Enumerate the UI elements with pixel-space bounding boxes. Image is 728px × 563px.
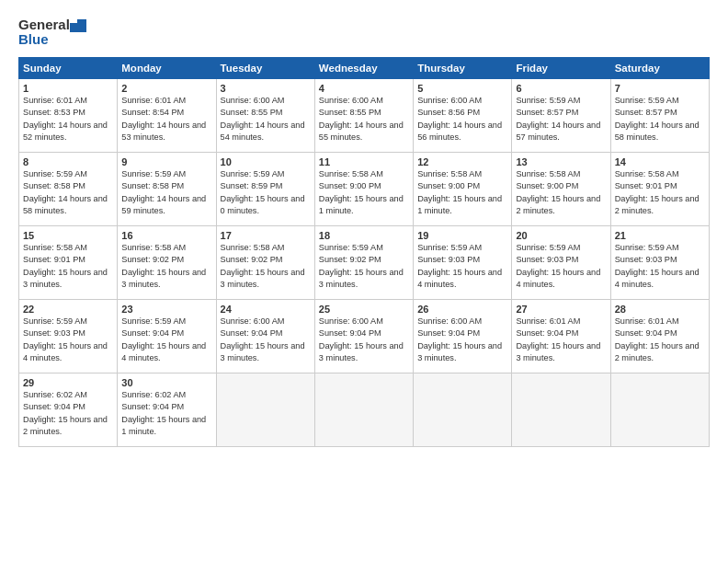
sunset: Sunset: 8:57 PM <box>516 108 578 117</box>
day-number: 25 <box>319 304 409 315</box>
day-cell: 9Sunrise: 5:59 AMSunset: 8:58 PMDaylight… <box>118 153 216 226</box>
calendar-table: SundayMondayTuesdayWednesdayThursdayFrid… <box>18 57 710 447</box>
day-info: Sunrise: 6:00 AMSunset: 8:56 PMDaylight:… <box>417 95 507 144</box>
day-cell: 8Sunrise: 5:59 AMSunset: 8:58 PMDaylight… <box>19 153 118 226</box>
day-info: Sunrise: 5:58 AMSunset: 9:00 PMDaylight:… <box>417 168 507 217</box>
week-row-4: 22Sunrise: 5:59 AMSunset: 9:03 PMDayligh… <box>19 300 710 373</box>
daylight: Daylight: 15 hours and 1 minute. <box>121 415 206 436</box>
header-cell-wednesday: Wednesday <box>314 58 413 79</box>
sunrise: Sunrise: 5:59 AM <box>23 316 87 326</box>
day-info: Sunrise: 5:59 AMSunset: 9:04 PMDaylight:… <box>121 316 211 364</box>
daylight: Daylight: 15 hours and 0 minutes. <box>221 194 305 215</box>
day-info: Sunrise: 5:58 AMSunset: 9:00 PMDaylight:… <box>319 168 409 217</box>
day-cell: 29Sunrise: 6:02 AMSunset: 9:04 PMDayligh… <box>19 373 118 447</box>
day-info: Sunrise: 5:59 AMSunset: 8:57 PMDaylight:… <box>516 95 606 144</box>
daylight: Daylight: 14 hours and 57 minutes. <box>516 121 600 142</box>
sunrise: Sunrise: 6:00 AM <box>417 316 482 326</box>
sunset: Sunset: 9:04 PM <box>121 402 184 411</box>
day-number: 1 <box>23 83 113 94</box>
day-cell: 17Sunrise: 5:58 AMSunset: 9:02 PMDayligh… <box>216 226 314 300</box>
day-number: 14 <box>615 156 705 167</box>
sunrise: Sunrise: 5:59 AM <box>319 243 383 252</box>
sunrise: Sunrise: 5:59 AM <box>516 96 580 105</box>
sunset: Sunset: 9:01 PM <box>615 181 677 190</box>
day-cell: 6Sunrise: 5:59 AMSunset: 8:57 PMDaylight… <box>512 79 610 153</box>
sunrise: Sunrise: 6:00 AM <box>417 96 482 105</box>
sunset: Sunset: 9:03 PM <box>417 255 480 264</box>
day-number: 24 <box>221 304 311 315</box>
day-info: Sunrise: 5:59 AMSunset: 8:59 PMDaylight:… <box>221 168 311 217</box>
daylight: Daylight: 15 hours and 2 minutes. <box>615 341 700 362</box>
daylight: Daylight: 15 hours and 4 minutes. <box>417 268 502 289</box>
sunset: Sunset: 9:04 PM <box>417 328 480 338</box>
week-row-1: 1Sunrise: 6:01 AMSunset: 8:53 PMDaylight… <box>19 79 710 153</box>
header-cell-sunday: Sunday <box>19 58 118 79</box>
sunset: Sunset: 9:04 PM <box>23 402 85 411</box>
header-cell-friday: Friday <box>512 58 610 79</box>
day-number: 21 <box>615 230 705 241</box>
day-number: 10 <box>221 156 311 167</box>
week-row-5: 29Sunrise: 6:02 AMSunset: 9:04 PMDayligh… <box>19 373 710 447</box>
day-number: 26 <box>417 304 507 315</box>
daylight: Daylight: 14 hours and 59 minutes. <box>121 194 206 215</box>
day-number: 17 <box>221 230 311 241</box>
daylight: Daylight: 14 hours and 58 minutes. <box>23 194 108 215</box>
sunset: Sunset: 8:59 PM <box>221 181 283 190</box>
day-cell: 22Sunrise: 5:59 AMSunset: 9:03 PMDayligh… <box>19 300 118 373</box>
day-info: Sunrise: 6:00 AMSunset: 8:55 PMDaylight:… <box>221 95 311 144</box>
sunrise: Sunrise: 6:02 AM <box>23 390 87 399</box>
day-cell: 30Sunrise: 6:02 AMSunset: 9:04 PMDayligh… <box>118 373 216 447</box>
day-number: 4 <box>319 83 409 94</box>
sunrise: Sunrise: 5:59 AM <box>417 243 482 252</box>
day-number: 29 <box>23 377 113 388</box>
day-number: 28 <box>615 304 705 315</box>
day-number: 27 <box>516 304 606 315</box>
day-info: Sunrise: 5:58 AMSunset: 9:01 PMDaylight:… <box>615 168 705 217</box>
daylight: Daylight: 15 hours and 2 minutes. <box>23 415 108 436</box>
calendar-body: 1Sunrise: 6:01 AMSunset: 8:53 PMDaylight… <box>19 79 710 447</box>
daylight: Daylight: 15 hours and 2 minutes. <box>615 194 700 215</box>
day-info: Sunrise: 6:00 AMSunset: 9:04 PMDaylight:… <box>221 316 311 364</box>
page-header: General Blue <box>18 17 710 48</box>
sunrise: Sunrise: 6:00 AM <box>319 316 383 326</box>
daylight: Daylight: 15 hours and 1 minute. <box>319 194 404 215</box>
day-number: 23 <box>121 304 211 315</box>
day-info: Sunrise: 5:59 AMSunset: 9:03 PMDaylight:… <box>417 242 507 291</box>
day-info: Sunrise: 5:58 AMSunset: 9:00 PMDaylight:… <box>516 168 606 217</box>
daylight: Daylight: 15 hours and 3 minutes. <box>23 268 108 289</box>
day-cell: 18Sunrise: 5:59 AMSunset: 9:02 PMDayligh… <box>314 226 413 300</box>
daylight: Daylight: 14 hours and 55 minutes. <box>319 121 404 142</box>
day-info: Sunrise: 5:58 AMSunset: 9:02 PMDaylight:… <box>221 242 311 291</box>
header-row: SundayMondayTuesdayWednesdayThursdayFrid… <box>19 58 710 79</box>
sunset: Sunset: 9:03 PM <box>23 328 85 338</box>
day-info: Sunrise: 5:59 AMSunset: 9:03 PMDaylight:… <box>615 242 705 291</box>
day-number: 5 <box>417 83 507 94</box>
day-number: 8 <box>23 156 113 167</box>
day-number: 30 <box>121 377 211 388</box>
day-info: Sunrise: 5:59 AMSunset: 8:57 PMDaylight:… <box>615 95 705 144</box>
header-cell-saturday: Saturday <box>610 58 709 79</box>
day-number: 3 <box>221 83 311 94</box>
sunrise: Sunrise: 5:59 AM <box>516 243 580 252</box>
day-number: 12 <box>417 156 507 167</box>
daylight: Daylight: 14 hours and 54 minutes. <box>221 121 305 142</box>
sunrise: Sunrise: 5:58 AM <box>516 169 580 178</box>
day-number: 19 <box>417 230 507 241</box>
daylight: Daylight: 15 hours and 2 minutes. <box>516 194 600 215</box>
day-info: Sunrise: 6:01 AMSunset: 9:04 PMDaylight:… <box>615 316 705 364</box>
sunset: Sunset: 8:53 PM <box>23 108 85 117</box>
logo-display: General Blue <box>18 17 86 48</box>
day-cell: 26Sunrise: 6:00 AMSunset: 9:04 PMDayligh… <box>414 300 512 373</box>
day-cell: 27Sunrise: 6:01 AMSunset: 9:04 PMDayligh… <box>512 300 610 373</box>
sunset: Sunset: 9:02 PM <box>221 255 283 264</box>
daylight: Daylight: 15 hours and 3 minutes. <box>319 268 404 289</box>
sunrise: Sunrise: 6:01 AM <box>121 96 186 105</box>
sunrise: Sunrise: 5:59 AM <box>121 169 186 178</box>
sunset: Sunset: 8:58 PM <box>23 181 85 190</box>
sunrise: Sunrise: 6:02 AM <box>121 390 186 399</box>
day-cell: 21Sunrise: 5:59 AMSunset: 9:03 PMDayligh… <box>610 226 709 300</box>
daylight: Daylight: 14 hours and 53 minutes. <box>121 121 206 142</box>
sunset: Sunset: 9:00 PM <box>319 181 381 190</box>
sunrise: Sunrise: 5:58 AM <box>121 243 186 252</box>
sunset: Sunset: 9:00 PM <box>516 181 578 190</box>
